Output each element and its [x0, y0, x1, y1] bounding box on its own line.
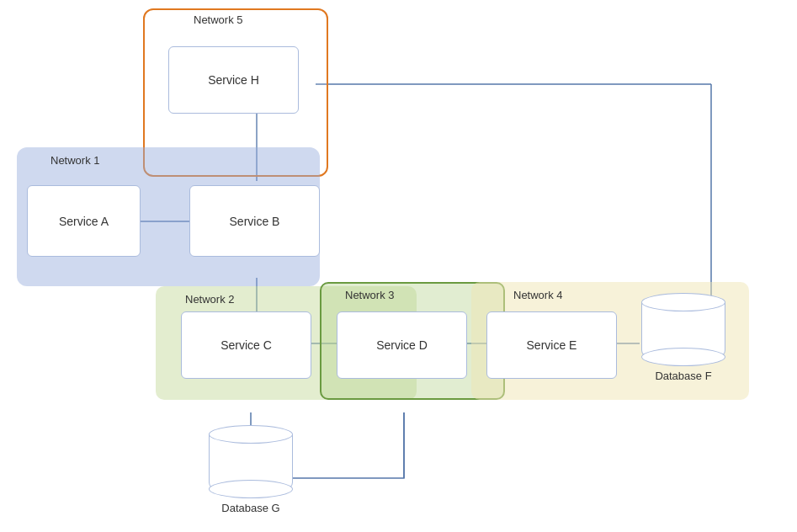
database-g-label: Database G	[221, 502, 279, 514]
service-d-box: Service D	[337, 311, 467, 379]
service-c-label: Service C	[221, 338, 272, 352]
service-b-box: Service B	[189, 185, 320, 257]
service-e-box: Service E	[486, 311, 617, 379]
service-a-box: Service A	[27, 185, 141, 257]
network-1-label: Network 1	[50, 154, 100, 167]
network-2-label: Network 2	[185, 293, 235, 306]
service-h-box: Service H	[168, 46, 299, 114]
service-d-label: Service D	[376, 338, 428, 352]
service-e-label: Service E	[527, 338, 577, 352]
db-g-bottom	[209, 480, 293, 498]
diagram: Network 5 Network 1 Network 2 Network 3 …	[0, 0, 797, 532]
db-f-bottom	[641, 348, 725, 366]
network-3-label: Network 3	[345, 289, 395, 301]
db-f-top	[641, 293, 725, 311]
service-a-label: Service A	[59, 215, 109, 228]
database-g: Database G	[209, 425, 293, 514]
network-5-label: Network 5	[194, 13, 243, 26]
service-h-label: Service H	[208, 73, 259, 87]
database-f-label: Database F	[655, 370, 711, 382]
service-b-label: Service B	[230, 215, 280, 228]
db-g-top	[209, 425, 293, 444]
service-c-box: Service C	[181, 311, 311, 379]
database-f: Database F	[641, 293, 725, 382]
network-4-label: Network 4	[513, 289, 563, 301]
